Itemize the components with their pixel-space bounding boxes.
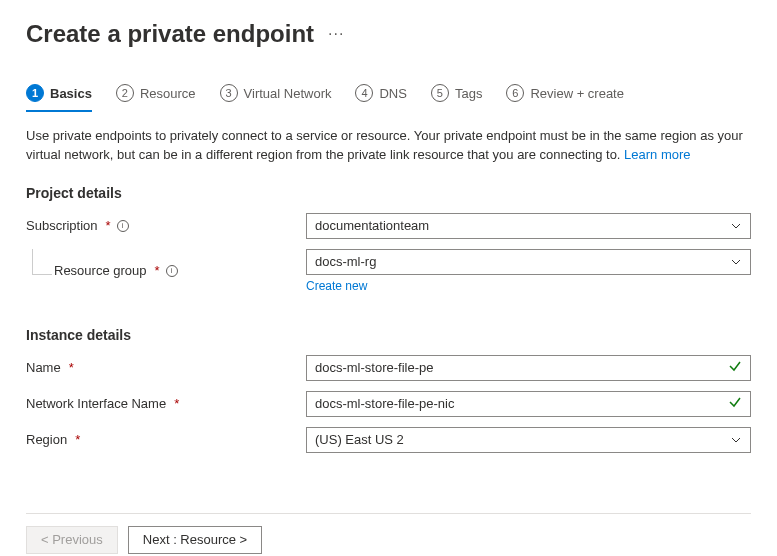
checkmark-icon bbox=[728, 395, 742, 412]
step-number-icon: 2 bbox=[116, 84, 134, 102]
subscription-label: Subscription bbox=[26, 218, 98, 233]
row-subscription: Subscription * i documentationteam bbox=[26, 213, 751, 239]
wizard-tabs: 1 Basics 2 Resource 3 Virtual Network 4 … bbox=[26, 78, 751, 113]
step-number-icon: 4 bbox=[355, 84, 373, 102]
more-actions-button[interactable]: ··· bbox=[328, 25, 344, 43]
subscription-select[interactable]: documentationteam bbox=[306, 213, 751, 239]
tab-label: Review + create bbox=[530, 86, 624, 101]
tab-label: Basics bbox=[50, 86, 92, 101]
section-title-instance: Instance details bbox=[26, 327, 751, 343]
chevron-down-icon bbox=[730, 256, 742, 268]
tab-tags[interactable]: 5 Tags bbox=[431, 78, 482, 112]
tab-basics[interactable]: 1 Basics bbox=[26, 78, 92, 112]
chevron-down-icon bbox=[730, 434, 742, 446]
name-input[interactable]: docs-ml-store-file-pe bbox=[306, 355, 751, 381]
learn-more-link[interactable]: Learn more bbox=[624, 147, 690, 162]
row-name: Name * docs-ml-store-file-pe bbox=[26, 355, 751, 381]
step-number-icon: 1 bbox=[26, 84, 44, 102]
tab-resource[interactable]: 2 Resource bbox=[116, 78, 196, 112]
step-number-icon: 5 bbox=[431, 84, 449, 102]
chevron-down-icon bbox=[730, 220, 742, 232]
tab-virtual-network[interactable]: 3 Virtual Network bbox=[220, 78, 332, 112]
tab-label: Resource bbox=[140, 86, 196, 101]
required-indicator: * bbox=[155, 263, 160, 278]
info-icon[interactable]: i bbox=[117, 220, 129, 232]
name-label: Name bbox=[26, 360, 61, 375]
tree-connector-icon bbox=[32, 249, 52, 275]
previous-button: < Previous bbox=[26, 526, 118, 554]
region-label: Region bbox=[26, 432, 67, 447]
checkmark-icon bbox=[728, 359, 742, 376]
nic-label: Network Interface Name bbox=[26, 396, 166, 411]
intro-text: Use private endpoints to privately conne… bbox=[26, 127, 746, 165]
step-number-icon: 3 bbox=[220, 84, 238, 102]
wizard-footer: < Previous Next : Resource > bbox=[26, 513, 751, 554]
region-select[interactable]: (US) East US 2 bbox=[306, 427, 751, 453]
section-title-project: Project details bbox=[26, 185, 751, 201]
required-indicator: * bbox=[174, 396, 179, 411]
row-region: Region * (US) East US 2 bbox=[26, 427, 751, 453]
info-icon[interactable]: i bbox=[166, 265, 178, 277]
subscription-value: documentationteam bbox=[315, 218, 429, 233]
resource-group-label: Resource group bbox=[54, 263, 147, 278]
tab-review-create[interactable]: 6 Review + create bbox=[506, 78, 624, 112]
required-indicator: * bbox=[75, 432, 80, 447]
resource-group-value: docs-ml-rg bbox=[315, 254, 376, 269]
tab-label: Virtual Network bbox=[244, 86, 332, 101]
next-button[interactable]: Next : Resource > bbox=[128, 526, 262, 554]
required-indicator: * bbox=[106, 218, 111, 233]
tab-label: DNS bbox=[379, 86, 406, 101]
tab-dns[interactable]: 4 DNS bbox=[355, 78, 406, 112]
resource-group-select[interactable]: docs-ml-rg bbox=[306, 249, 751, 275]
create-new-link[interactable]: Create new bbox=[306, 279, 367, 293]
nic-value: docs-ml-store-file-pe-nic bbox=[315, 396, 454, 411]
page-title: Create a private endpoint bbox=[26, 20, 314, 48]
tab-label: Tags bbox=[455, 86, 482, 101]
nic-input[interactable]: docs-ml-store-file-pe-nic bbox=[306, 391, 751, 417]
name-value: docs-ml-store-file-pe bbox=[315, 360, 433, 375]
region-value: (US) East US 2 bbox=[315, 432, 404, 447]
row-resource-group: Resource group * i docs-ml-rg Create new bbox=[26, 249, 751, 293]
step-number-icon: 6 bbox=[506, 84, 524, 102]
required-indicator: * bbox=[69, 360, 74, 375]
row-nic-name: Network Interface Name * docs-ml-store-f… bbox=[26, 391, 751, 417]
